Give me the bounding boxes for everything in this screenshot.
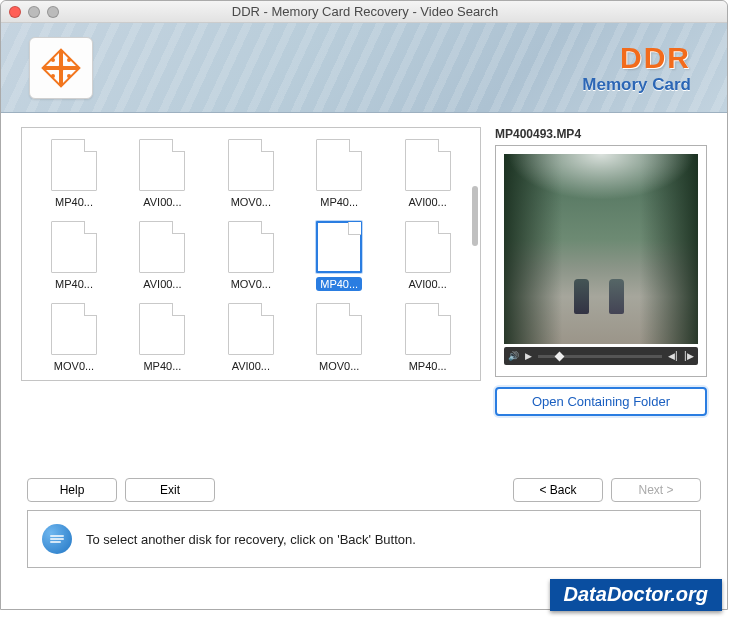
file-label: MP40...	[316, 195, 362, 209]
svg-point-6	[51, 74, 55, 78]
files-grid: MP40...AVI00...MOV0...MP40...AVI00...MP4…	[34, 136, 476, 372]
app-window: DDR - Memory Card Recovery - Video Searc…	[0, 0, 728, 610]
file-icon	[405, 221, 451, 273]
brand-area: DDR Memory Card	[582, 41, 691, 95]
file-label: MOV0...	[227, 195, 275, 209]
progress-bar[interactable]	[538, 355, 662, 358]
play-icon[interactable]: ▶	[525, 351, 532, 361]
file-item[interactable]: AVI00...	[211, 300, 291, 372]
file-icon	[316, 221, 362, 273]
window-controls	[9, 6, 59, 18]
file-label: AVI00...	[139, 195, 185, 209]
scroll-thumb[interactable]	[472, 186, 478, 246]
file-item[interactable]: MP40...	[299, 218, 379, 294]
file-icon	[316, 303, 362, 355]
file-icon	[405, 303, 451, 355]
svg-point-5	[67, 58, 71, 62]
file-item[interactable]: MOV0...	[211, 136, 291, 212]
next-icon[interactable]: ǀ▶	[684, 351, 694, 361]
app-icon	[29, 37, 93, 99]
file-label: AVI00...	[404, 277, 450, 291]
header-banner: DDR Memory Card	[1, 23, 727, 113]
file-label: MOV0...	[315, 359, 363, 372]
file-icon	[51, 303, 97, 355]
file-label: AVI00...	[228, 359, 274, 372]
minimize-icon	[28, 6, 40, 18]
watermark: DataDoctor.org	[550, 579, 722, 611]
window-title: DDR - Memory Card Recovery - Video Searc…	[59, 4, 671, 19]
file-icon	[139, 303, 185, 355]
file-label: MP40...	[405, 359, 451, 372]
file-label: MP40...	[51, 195, 97, 209]
file-item[interactable]: MP40...	[34, 218, 114, 294]
file-icon	[51, 221, 97, 273]
back-button[interactable]: < Back	[513, 478, 603, 502]
file-label: MP40...	[51, 277, 97, 291]
file-icon	[228, 303, 274, 355]
info-icon	[42, 524, 72, 554]
file-item[interactable]: MP40...	[122, 300, 202, 372]
file-label: AVI00...	[139, 277, 185, 291]
svg-point-4	[51, 58, 55, 62]
file-label: MOV0...	[227, 277, 275, 291]
file-icon	[316, 139, 362, 191]
titlebar: DDR - Memory Card Recovery - Video Searc…	[1, 1, 727, 23]
next-button: Next >	[611, 478, 701, 502]
file-list-pane: MP40...AVI00...MOV0...MP40...AVI00...MP4…	[21, 127, 481, 381]
file-icon	[51, 139, 97, 191]
svg-point-7	[67, 74, 71, 78]
file-icon	[228, 221, 274, 273]
preview-pane: MP400493.MP4 🔊 ▶ ◀ǀ ǀ▶ Open Containing F…	[495, 127, 707, 416]
file-item[interactable]: MOV0...	[34, 300, 114, 372]
close-icon[interactable]	[9, 6, 21, 18]
brand-subtitle: Memory Card	[582, 75, 691, 95]
volume-icon[interactable]: 🔊	[508, 351, 519, 361]
info-text: To select another disk for recovery, cli…	[86, 532, 416, 547]
brand-name: DDR	[582, 41, 691, 75]
video-controls[interactable]: 🔊 ▶ ◀ǀ ǀ▶	[504, 347, 698, 365]
preview-filename: MP400493.MP4	[495, 127, 707, 141]
file-icon	[405, 139, 451, 191]
file-item[interactable]: MP40...	[299, 136, 379, 212]
file-item[interactable]: MP40...	[34, 136, 114, 212]
exit-button[interactable]: Exit	[125, 478, 215, 502]
file-label: MP40...	[316, 277, 362, 291]
open-containing-folder-button[interactable]: Open Containing Folder	[495, 387, 707, 416]
preview-thumbnail	[504, 154, 698, 344]
scrollbar[interactable]	[472, 136, 478, 372]
help-button[interactable]: Help	[27, 478, 117, 502]
file-label: MOV0...	[50, 359, 98, 372]
prev-icon[interactable]: ◀ǀ	[668, 351, 678, 361]
file-label: MP40...	[139, 359, 185, 372]
button-row: Help Exit < Back Next >	[1, 472, 727, 510]
file-item[interactable]: AVI00...	[122, 218, 202, 294]
file-item[interactable]: MP40...	[388, 300, 468, 372]
file-item[interactable]: MOV0...	[211, 218, 291, 294]
file-icon	[228, 139, 274, 191]
file-item[interactable]: MOV0...	[299, 300, 379, 372]
file-label: AVI00...	[404, 195, 450, 209]
preview-box: 🔊 ▶ ◀ǀ ǀ▶	[495, 145, 707, 377]
file-item[interactable]: AVI00...	[388, 136, 468, 212]
file-icon	[139, 139, 185, 191]
file-item[interactable]: AVI00...	[122, 136, 202, 212]
info-box: To select another disk for recovery, cli…	[27, 510, 701, 568]
maximize-icon	[47, 6, 59, 18]
file-icon	[139, 221, 185, 273]
file-item[interactable]: AVI00...	[388, 218, 468, 294]
svg-point-3	[58, 65, 64, 71]
main-content: MP40...AVI00...MOV0...MP40...AVI00...MP4…	[1, 113, 727, 422]
